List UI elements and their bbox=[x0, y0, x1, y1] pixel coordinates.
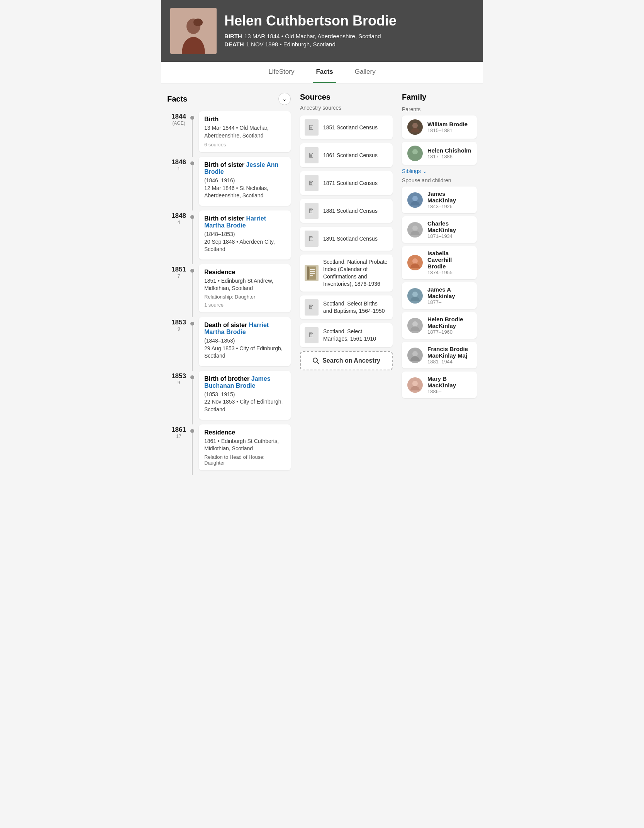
person-card-james-a[interactable]: James A Mackinlay 1877– bbox=[402, 282, 477, 309]
siblings-link[interactable]: Siblings ⌄ bbox=[402, 168, 477, 174]
avatar-james-mackinlay bbox=[407, 192, 423, 208]
avatar-helen-brodie bbox=[407, 318, 423, 333]
person-card-isabella[interactable]: Isabella Caverhill Brodie 1874–1955 bbox=[402, 246, 477, 279]
avatar-isabella bbox=[407, 255, 423, 270]
document-icon: 🗎 bbox=[305, 231, 319, 247]
person-name: Helen Cuthbertson Brodie bbox=[224, 13, 397, 29]
source-card-1891census[interactable]: 🗎 1891 Scotland Census bbox=[300, 227, 393, 251]
timeline-item: 1848 4 Birth of sister Harriet Martha Br… bbox=[167, 210, 291, 264]
avatar-mary bbox=[407, 377, 423, 393]
family-column: Family Parents William Brodie 1815–1881 bbox=[402, 93, 477, 401]
timeline-dot bbox=[190, 375, 194, 379]
birth-detail: BIRTH13 MAR 1844 • Old Machar, Aberdeens… bbox=[224, 33, 397, 39]
document-icon: 🗎 bbox=[305, 119, 319, 136]
sources-title: Sources bbox=[300, 93, 393, 102]
source-card-1861census[interactable]: 🗎 1861 Scotland Census bbox=[300, 143, 393, 167]
person-card-helen-brodie[interactable]: Helen Brodie MacKinlay 1877–1960 bbox=[402, 312, 477, 339]
timeline-item: 1851 7 Residence 1851 • Edinburgh St And… bbox=[167, 264, 291, 317]
chevron-down-icon: ⌄ bbox=[422, 168, 427, 174]
tab-bar: LifeStory Facts Gallery bbox=[161, 62, 483, 83]
person-card-helen-chisholm[interactable]: Helen Chisholm 1817–1886 bbox=[402, 142, 477, 165]
person-card-francis[interactable]: Francis Brodie MacKinlay Maj 1881–1944 bbox=[402, 342, 477, 368]
svg-line-9 bbox=[317, 361, 319, 363]
tab-gallery[interactable]: Gallery bbox=[352, 62, 379, 83]
harriet-birth-link[interactable]: Harriet Martha Brodie bbox=[204, 215, 266, 229]
avatar bbox=[170, 8, 217, 54]
parents-label: Parents bbox=[402, 106, 477, 112]
fact-card-sister-harriet-birth[interactable]: Birth of sister Harriet Martha Brodie (1… bbox=[199, 210, 291, 260]
jessie-link[interactable]: Jessie Ann Brodie bbox=[204, 161, 278, 175]
sources-subtitle: Ancestry sources bbox=[300, 105, 393, 111]
timeline-item: 1844 (AGE) Birth 13 Mar 1844 • Old Macha… bbox=[167, 111, 291, 157]
source-card-probate[interactable]: Scotland, National Probate Index (Calend… bbox=[300, 255, 393, 292]
fact-card-brother-james[interactable]: Birth of brother James Buchanan Brodie (… bbox=[199, 371, 291, 420]
tab-facts[interactable]: Facts bbox=[313, 62, 336, 83]
search-ancestry-button[interactable]: Search on Ancestry bbox=[300, 351, 393, 370]
timeline-dot bbox=[190, 429, 194, 433]
source-card-births[interactable]: 🗎 Scotland, Select Births and Baptisms, … bbox=[300, 295, 393, 319]
person-card-mary[interactable]: Mary B MacKinlay 1886– bbox=[402, 372, 477, 398]
avatar-francis bbox=[407, 348, 423, 363]
person-card-charles[interactable]: Charles MacKinlay 1871–1934 bbox=[402, 216, 477, 243]
svg-point-19 bbox=[412, 381, 418, 386]
person-card-james-mackinlay[interactable]: James MacKinlay 1843–1926 bbox=[402, 187, 477, 213]
svg-point-11 bbox=[412, 149, 418, 154]
avatar-william bbox=[407, 119, 423, 135]
svg-point-13 bbox=[412, 196, 418, 201]
facts-dropdown-button[interactable]: ⌄ bbox=[278, 93, 291, 105]
tab-lifestory[interactable]: LifeStory bbox=[265, 62, 297, 83]
source-card-marriages[interactable]: 🗎 Scotland, Select Marriages, 1561-1910 bbox=[300, 323, 393, 347]
source-card-1851census[interactable]: 🗎 1851 Scotland Census bbox=[300, 115, 393, 139]
james-link[interactable]: James Buchanan Brodie bbox=[204, 375, 271, 389]
svg-rect-3 bbox=[307, 266, 309, 280]
fact-card-sister-jessie[interactable]: Birth of sister Jessie Ann Brodie (1846–… bbox=[199, 157, 291, 206]
source-card-1871census[interactable]: 🗎 1871 Scotland Census bbox=[300, 171, 393, 195]
facts-header: Facts ⌄ bbox=[167, 93, 291, 105]
death-detail: DEATH1 NOV 1898 • Edinburgh, Scotland bbox=[224, 41, 397, 48]
svg-point-1 bbox=[193, 19, 203, 26]
fact-card-residence-1861[interactable]: Residence 1861 • Edinburgh St Cuthberts,… bbox=[199, 424, 291, 470]
book-icon bbox=[305, 265, 319, 281]
page-header: Helen Cuthbertson Brodie BIRTH13 MAR 184… bbox=[161, 0, 483, 62]
timeline: 1844 (AGE) Birth 13 Mar 1844 • Old Macha… bbox=[167, 111, 291, 475]
timeline-item: 1846 1 Birth of sister Jessie Ann Brodie… bbox=[167, 157, 291, 210]
timeline-dot bbox=[190, 215, 194, 219]
birth-label: BIRTH bbox=[224, 33, 242, 39]
document-icon: 🗎 bbox=[305, 147, 319, 163]
svg-point-17 bbox=[412, 321, 418, 327]
fact-card-birth[interactable]: Birth 13 Mar 1844 • Old Machar, Aberdeen… bbox=[199, 111, 291, 152]
svg-point-15 bbox=[412, 258, 418, 264]
source-card-1881census[interactable]: 🗎 1881 Scotland Census bbox=[300, 199, 393, 223]
fact-card-sister-harriet-death[interactable]: Death of sister Harriet Martha Brodie (1… bbox=[199, 317, 291, 366]
timeline-dot bbox=[190, 161, 194, 165]
main-content: Facts ⌄ 1844 (AGE) Birth 13 Mar 1844 • O… bbox=[161, 83, 483, 484]
timeline-item: 1853 9 Death of sister Harriet Martha Br… bbox=[167, 317, 291, 371]
avatar-charles bbox=[407, 222, 423, 238]
document-icon: 🗎 bbox=[305, 175, 319, 191]
timeline-item: 1853 9 Birth of brother James Buchanan B… bbox=[167, 371, 291, 424]
timeline-dot bbox=[190, 269, 194, 273]
svg-point-18 bbox=[412, 351, 418, 356]
document-icon: 🗎 bbox=[305, 327, 319, 343]
search-label: Search on Ancestry bbox=[322, 357, 380, 364]
avatar-james-a bbox=[407, 288, 423, 304]
svg-point-14 bbox=[412, 226, 418, 231]
harriet-death-link[interactable]: Harriet Martha Brodie bbox=[204, 322, 269, 335]
search-icon bbox=[312, 357, 319, 364]
document-icon: 🗎 bbox=[305, 299, 319, 316]
family-title: Family bbox=[402, 93, 477, 102]
timeline-item: 1861 17 Residence 1861 • Edinburgh St Cu… bbox=[167, 424, 291, 475]
fact-card-residence-1851[interactable]: Residence 1851 • Edinburgh St Andrew, Mi… bbox=[199, 264, 291, 312]
facts-title: Facts bbox=[167, 95, 187, 104]
svg-point-16 bbox=[412, 292, 418, 297]
person-card-william[interactable]: William Brodie 1815–1881 bbox=[402, 115, 477, 139]
svg-point-10 bbox=[412, 123, 418, 128]
header-info: Helen Cuthbertson Brodie BIRTH13 MAR 184… bbox=[224, 13, 397, 49]
spouse-children-label: Spouse and children bbox=[402, 177, 477, 183]
avatar-helen-chisholm bbox=[407, 146, 423, 161]
death-label: DEATH bbox=[224, 41, 244, 48]
sources-column: Sources Ancestry sources 🗎 1851 Scotland… bbox=[300, 93, 393, 370]
facts-column: Facts ⌄ 1844 (AGE) Birth 13 Mar 1844 • O… bbox=[167, 93, 291, 475]
timeline-dot bbox=[190, 322, 194, 326]
document-icon: 🗎 bbox=[305, 203, 319, 219]
